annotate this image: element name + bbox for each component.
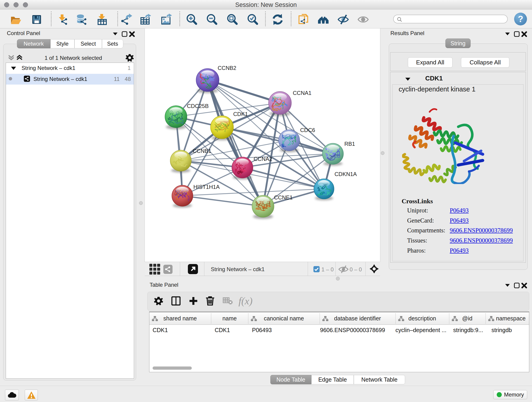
svg-text:CCNE1: CCNE1 — [274, 194, 293, 201]
svg-text:CDKN1A: CDKN1A — [335, 171, 357, 177]
svg-text:CCNA1: CCNA1 — [293, 90, 311, 96]
svg-text:CCNB2: CCNB2 — [218, 65, 236, 71]
svg-text:CCNA2: CCNA2 — [254, 156, 272, 162]
svg-text:RB1: RB1 — [344, 141, 355, 147]
svg-text:CDK1: CDK1 — [233, 111, 248, 117]
svg-text:HIST1H1A: HIST1H1A — [193, 184, 220, 190]
svg-text:CCNB1: CCNB1 — [193, 148, 211, 154]
svg-text:CDC25B: CDC25B — [187, 103, 209, 109]
svg-text:CDC6: CDC6 — [300, 127, 315, 133]
